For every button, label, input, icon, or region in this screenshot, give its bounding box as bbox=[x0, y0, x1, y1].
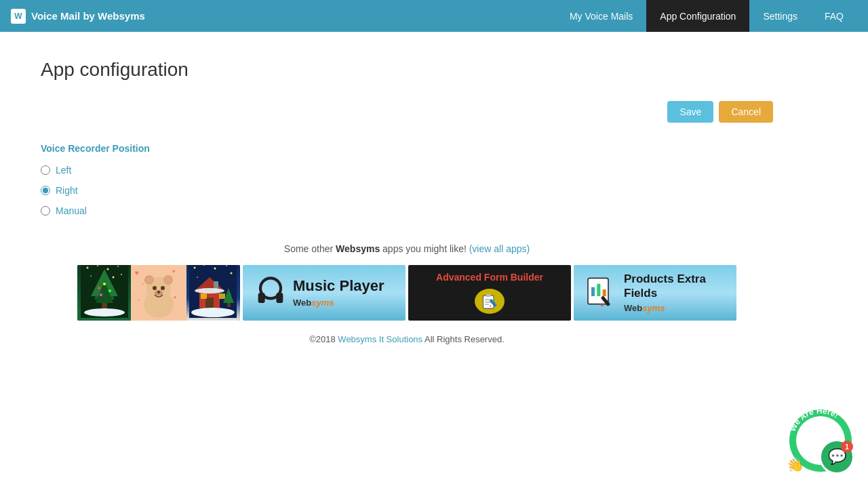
main-content: App configuration Save Cancel Voice Reco… bbox=[0, 32, 814, 371]
view-all-apps-link[interactable]: (view all apps) bbox=[469, 243, 530, 254]
navbar: W Voice Mail by Websyms My Voice Mails A… bbox=[0, 0, 868, 32]
voice-recorder-position-group: Left Right Manual bbox=[41, 165, 773, 216]
svg-point-40 bbox=[197, 277, 198, 278]
svg-point-30 bbox=[153, 286, 157, 290]
svg-rect-62 bbox=[591, 287, 595, 296]
svg-point-31 bbox=[161, 286, 165, 290]
radio-item-left[interactable]: Left bbox=[41, 165, 773, 176]
svg-rect-55 bbox=[486, 294, 491, 297]
footer-company-link[interactable]: Websyms It Solutions bbox=[338, 334, 422, 344]
voice-recorder-section-label: Voice Recorder Position bbox=[41, 143, 773, 154]
svg-point-37 bbox=[214, 268, 216, 270]
svg-point-12 bbox=[98, 287, 100, 289]
village-svg bbox=[189, 265, 237, 318]
cancel-button[interactable]: Cancel bbox=[719, 101, 773, 123]
brand-icon: W bbox=[11, 9, 26, 24]
svg-text:♥: ♥ bbox=[135, 269, 139, 277]
nav-link-app-configuration[interactable]: App Configuration bbox=[646, 0, 749, 32]
app-card-music-player[interactable]: Music Player Websyms bbox=[243, 265, 406, 321]
svg-text:♥: ♥ bbox=[137, 298, 140, 304]
nav-link-settings[interactable]: Settings bbox=[749, 0, 811, 32]
music-player-brand: Websyms bbox=[293, 298, 395, 308]
app-card-holiday[interactable]: ♥ ♥ ♥ ♥ ♥ ♥ bbox=[77, 265, 240, 321]
radio-label-right: Right bbox=[56, 185, 78, 196]
form-builder-title: Advanced Form Builder bbox=[436, 272, 543, 283]
svg-point-35 bbox=[194, 267, 196, 269]
svg-rect-64 bbox=[603, 289, 606, 296]
svg-point-4 bbox=[117, 266, 119, 267]
app-cards: ♥ ♥ ♥ ♥ ♥ ♥ bbox=[41, 265, 773, 321]
svg-point-3 bbox=[106, 268, 108, 270]
svg-point-48 bbox=[191, 308, 235, 317]
promo-text: Some other Websyms apps you might like! … bbox=[41, 243, 773, 254]
radio-label-manual: Manual bbox=[56, 205, 87, 216]
holiday-panel-bear: ♥ ♥ ♥ ♥ ♥ ♥ bbox=[131, 265, 186, 321]
svg-text:♥: ♥ bbox=[174, 295, 176, 300]
svg-point-1 bbox=[86, 267, 88, 269]
svg-point-7 bbox=[112, 277, 114, 279]
svg-point-2 bbox=[97, 265, 98, 266]
radio-right[interactable] bbox=[41, 186, 50, 195]
holiday-panel-forest bbox=[77, 265, 131, 321]
footer: ©2018 Websyms It Solutions All Rights Re… bbox=[41, 334, 773, 344]
music-player-text: Music Player Websyms bbox=[293, 278, 395, 307]
nav-link-faq[interactable]: FAQ bbox=[811, 0, 857, 32]
headphones-icon bbox=[254, 276, 288, 310]
svg-rect-45 bbox=[201, 293, 207, 299]
radio-manual[interactable] bbox=[41, 206, 50, 216]
svg-point-6 bbox=[90, 275, 92, 277]
save-button[interactable]: Save bbox=[667, 101, 713, 123]
products-title: Products Extra Fields bbox=[624, 272, 726, 300]
app-card-products-extra-fields[interactable]: Products Extra Fields Websyms bbox=[574, 265, 736, 321]
svg-point-47 bbox=[195, 288, 224, 293]
nav-links: My Voice Mails App Configuration Setting… bbox=[556, 0, 857, 32]
svg-rect-52 bbox=[258, 293, 265, 303]
brand: W Voice Mail by Websyms bbox=[11, 9, 145, 24]
holiday-panel-village bbox=[186, 265, 240, 321]
products-icon bbox=[585, 276, 618, 310]
holiday-inner: ♥ ♥ ♥ ♥ ♥ ♥ bbox=[77, 265, 240, 321]
svg-rect-44 bbox=[205, 298, 214, 308]
svg-point-14 bbox=[108, 289, 111, 292]
svg-point-5 bbox=[121, 274, 122, 275]
svg-point-28 bbox=[146, 277, 152, 283]
action-buttons: Save Cancel bbox=[41, 101, 773, 123]
nav-link-my-voice-mails[interactable]: My Voice Mails bbox=[556, 0, 646, 32]
pencil-clipboard-icon bbox=[481, 292, 498, 310]
promo-section: Some other Websyms apps you might like! … bbox=[41, 243, 773, 254]
radio-item-manual[interactable]: Manual bbox=[41, 205, 773, 216]
radio-item-right[interactable]: Right bbox=[41, 185, 773, 196]
music-player-title: Music Player bbox=[293, 278, 395, 294]
promo-brand: Websyms bbox=[336, 243, 380, 254]
svg-text:♥: ♥ bbox=[172, 268, 176, 274]
svg-rect-46 bbox=[219, 293, 225, 299]
svg-point-13 bbox=[103, 283, 106, 285]
svg-text:♥: ♥ bbox=[142, 281, 144, 286]
products-extra-fields-text: Products Extra Fields Websyms bbox=[624, 272, 726, 313]
app-card-form-builder[interactable]: Advanced Form Builder bbox=[408, 265, 571, 321]
svg-rect-63 bbox=[597, 284, 600, 296]
svg-point-16 bbox=[84, 308, 125, 317]
svg-rect-50 bbox=[227, 303, 231, 307]
svg-point-38 bbox=[226, 265, 227, 266]
products-brand: Websyms bbox=[624, 303, 726, 313]
svg-point-33 bbox=[157, 291, 160, 293]
form-builder-icon bbox=[475, 289, 505, 314]
radio-label-left: Left bbox=[56, 165, 71, 176]
bear-svg: ♥ ♥ ♥ ♥ ♥ ♥ bbox=[132, 265, 186, 321]
svg-point-15 bbox=[100, 293, 102, 296]
page-title: App configuration bbox=[41, 59, 773, 81]
svg-rect-53 bbox=[276, 293, 283, 303]
forest-svg bbox=[81, 265, 128, 318]
svg-point-39 bbox=[231, 272, 233, 274]
brand-name: Voice Mail by Websyms bbox=[31, 10, 145, 22]
radio-left[interactable] bbox=[41, 165, 50, 175]
svg-point-29 bbox=[165, 277, 171, 283]
